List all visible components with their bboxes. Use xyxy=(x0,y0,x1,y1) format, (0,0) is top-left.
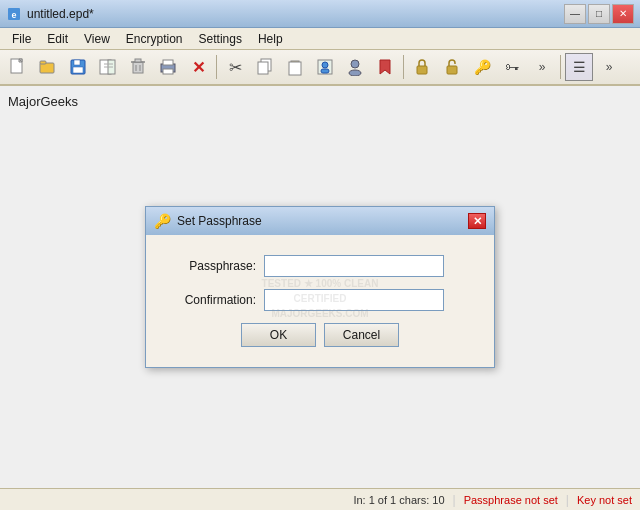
menu-file[interactable]: File xyxy=(4,30,39,48)
menu-help[interactable]: Help xyxy=(250,30,291,48)
dialog-key-icon: 🔑 xyxy=(154,213,171,229)
close-button[interactable]: ✕ xyxy=(612,4,634,24)
svg-rect-24 xyxy=(289,62,301,75)
toolbar-shred-button[interactable] xyxy=(124,53,152,81)
passphrase-label: Passphrase: xyxy=(166,259,256,273)
svg-rect-27 xyxy=(321,69,329,73)
svg-rect-8 xyxy=(73,67,83,73)
toolbar: ✕ ✂ 🔑 🗝 » ☰ » xyxy=(0,50,640,86)
modal-overlay: 🔑 Set Passphrase ✕ TESTED ★ 100% CLEAN C… xyxy=(0,86,640,488)
menu-settings[interactable]: Settings xyxy=(191,30,250,48)
minimize-button[interactable]: — xyxy=(564,4,586,24)
toolbar-user-button[interactable] xyxy=(341,53,369,81)
toolbar-unlock-button[interactable] xyxy=(438,53,466,81)
toolbar-paste-button[interactable] xyxy=(281,53,309,81)
toolbar-saveas-button[interactable] xyxy=(94,53,122,81)
svg-rect-15 xyxy=(135,59,141,62)
maximize-button[interactable]: □ xyxy=(588,4,610,24)
menu-edit[interactable]: Edit xyxy=(39,30,76,48)
svg-point-28 xyxy=(351,60,359,68)
svg-rect-20 xyxy=(163,69,173,74)
svg-marker-30 xyxy=(380,60,390,74)
dialog-title-left: 🔑 Set Passphrase xyxy=(154,213,262,229)
menu-view[interactable]: View xyxy=(76,30,118,48)
dialog-ok-button[interactable]: OK xyxy=(241,323,316,347)
status-bar: In: 1 of 1 chars: 10 | Passphrase not se… xyxy=(0,488,640,510)
toolbar-separator-2 xyxy=(403,55,404,79)
svg-text:e: e xyxy=(11,10,16,20)
confirmation-row: Confirmation: xyxy=(166,289,474,311)
dialog-body-wrapper: TESTED ★ 100% CLEAN CERTIFIED MAJORGEEKS… xyxy=(166,255,474,351)
toolbar-delete-button[interactable]: ✕ xyxy=(184,53,212,81)
dialog-close-button[interactable]: ✕ xyxy=(468,213,486,229)
title-buttons: — □ ✕ xyxy=(564,4,634,24)
menu-encryption[interactable]: Encryption xyxy=(118,30,191,48)
confirmation-label: Confirmation: xyxy=(166,293,256,307)
dialog-buttons: OK Cancel xyxy=(166,323,474,351)
svg-point-29 xyxy=(349,70,361,76)
set-passphrase-dialog: 🔑 Set Passphrase ✕ TESTED ★ 100% CLEAN C… xyxy=(145,206,495,368)
svg-rect-32 xyxy=(447,66,457,74)
status-position: In: 1 of 1 chars: 10 xyxy=(353,494,444,506)
toolbar-new-button[interactable] xyxy=(4,53,32,81)
svg-rect-13 xyxy=(133,62,143,73)
confirmation-input[interactable] xyxy=(264,289,444,311)
menu-bar: File Edit View Encryption Settings Help xyxy=(0,28,640,50)
status-passphrase: Passphrase not set xyxy=(464,494,558,506)
toolbar-copy-button[interactable] xyxy=(251,53,279,81)
title-bar: e untitled.epd* — □ ✕ xyxy=(0,0,640,28)
toolbar-key1-button[interactable]: 🔑 xyxy=(468,53,496,81)
dialog-titlebar: 🔑 Set Passphrase ✕ xyxy=(146,207,494,235)
dialog-cancel-button[interactable]: Cancel xyxy=(324,323,399,347)
dialog-body: TESTED ★ 100% CLEAN CERTIFIED MAJORGEEKS… xyxy=(146,235,494,367)
passphrase-input[interactable] xyxy=(264,255,444,277)
toolbar-more-button[interactable]: » xyxy=(528,53,556,81)
svg-rect-19 xyxy=(163,60,173,65)
dialog-title-text: Set Passphrase xyxy=(177,214,262,228)
svg-point-26 xyxy=(322,62,328,68)
toolbar-insert-button[interactable] xyxy=(311,53,339,81)
toolbar-extra-button[interactable]: » xyxy=(595,53,623,81)
toolbar-bookmark-button[interactable] xyxy=(371,53,399,81)
toolbar-menu-button[interactable]: ☰ xyxy=(565,53,593,81)
title-left: e untitled.epd* xyxy=(6,6,94,22)
svg-rect-22 xyxy=(258,62,268,74)
svg-rect-31 xyxy=(417,66,427,74)
toolbar-separator-1 xyxy=(216,55,217,79)
toolbar-lock-button[interactable] xyxy=(408,53,436,81)
toolbar-open-button[interactable] xyxy=(34,53,62,81)
toolbar-save-button[interactable] xyxy=(64,53,92,81)
toolbar-separator-3 xyxy=(560,55,561,79)
status-key: Key not set xyxy=(577,494,632,506)
passphrase-row: Passphrase: xyxy=(166,255,474,277)
svg-rect-5 xyxy=(40,61,46,64)
toolbar-print-button[interactable] xyxy=(154,53,182,81)
toolbar-cut-button[interactable]: ✂ xyxy=(221,53,249,81)
app-icon: e xyxy=(6,6,22,22)
toolbar-key2-button[interactable]: 🗝 xyxy=(498,53,526,81)
title-text: untitled.epd* xyxy=(27,7,94,21)
svg-rect-7 xyxy=(74,60,80,65)
